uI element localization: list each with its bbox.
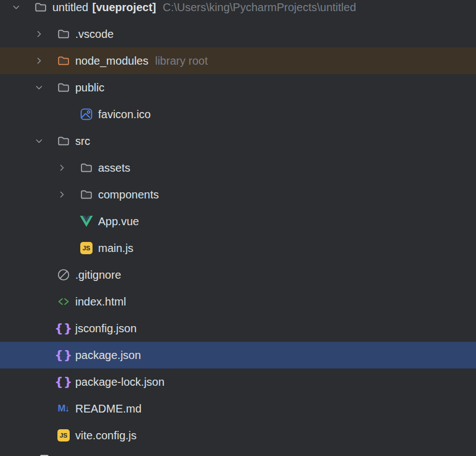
json-icon: {} <box>57 322 70 334</box>
item-label: vite.config.js <box>75 422 137 449</box>
item-label: node_modules <box>75 47 148 74</box>
markdown-icon: M↓ <box>57 402 70 415</box>
chevron-down-icon[interactable] <box>34 83 57 93</box>
chevron-down-icon[interactable] <box>34 136 57 146</box>
tree-row-package-lock-json[interactable]: {} package-lock.json <box>0 368 476 395</box>
tree-row-gitignore[interactable]: .gitignore <box>0 261 476 288</box>
tree-row-readme-md[interactable]: M↓ README.md <box>0 395 476 422</box>
folder-icon <box>34 1 47 14</box>
item-label-bold: [vueproject] <box>93 0 156 21</box>
item-label: untitled <box>52 0 89 21</box>
chevron-right-icon[interactable] <box>57 163 80 173</box>
item-label: .gitignore <box>75 261 121 288</box>
item-label: index.html <box>75 288 126 315</box>
tree-row-app-vue[interactable]: App.vue <box>0 208 476 235</box>
item-label: .vscode <box>75 21 114 47</box>
tree-row-components[interactable]: components <box>0 181 476 208</box>
json-icon: {} <box>57 376 70 388</box>
vue-icon <box>80 216 93 227</box>
tree-row-main-js[interactable]: JS main.js <box>0 235 476 261</box>
folder-icon <box>80 188 93 201</box>
item-label: jsconfig.json <box>75 315 137 342</box>
tree-row-vite-config-js[interactable]: JS vite.config.js <box>0 422 476 449</box>
tree-row-untitled-root[interactable]: untitled [vueproject] C:\Users\king\Pych… <box>0 0 476 21</box>
tree-row-vscode[interactable]: .vscode <box>0 21 476 47</box>
chevron-right-icon[interactable] <box>57 190 80 200</box>
tree-row-src[interactable]: src <box>0 128 476 154</box>
item-label: main.js <box>98 235 133 261</box>
folder-icon <box>57 134 70 148</box>
folder-excluded-icon <box>57 54 70 67</box>
item-label: README.md <box>75 395 142 422</box>
chevron-right-icon[interactable] <box>34 56 57 66</box>
html-icon <box>57 295 70 308</box>
item-label: package.json <box>75 342 141 368</box>
tree-row-node-modules[interactable]: node_modules library root <box>0 47 476 74</box>
tree-row-assets[interactable]: assets <box>0 154 476 181</box>
item-label: assets <box>98 154 130 181</box>
folder-icon <box>57 81 70 94</box>
item-suffix: library root <box>155 47 207 74</box>
tree-row-favicon-ico[interactable]: favicon.ico <box>0 101 476 128</box>
item-label: App.vue <box>98 208 139 235</box>
project-tree: untitled [vueproject] C:\Users\king\Pych… <box>0 0 476 449</box>
chevron-down-icon[interactable] <box>11 2 34 12</box>
project-tree-panel: untitled [vueproject] C:\Users\king\Pych… <box>0 0 476 456</box>
item-suffix: C:\Users\king\PycharmProjects\untitled <box>163 0 356 21</box>
item-label: src <box>75 128 90 154</box>
folder-icon <box>57 27 70 41</box>
json-icon: {} <box>57 349 70 361</box>
tree-row-index-html[interactable]: index.html <box>0 288 476 315</box>
item-label: components <box>98 181 159 208</box>
item-label: favicon.ico <box>98 101 151 128</box>
ignore-icon <box>57 269 70 281</box>
js-icon: JS <box>80 242 93 254</box>
chevron-right-icon[interactable] <box>34 29 57 39</box>
image-icon <box>80 108 93 120</box>
item-label: public <box>75 74 104 101</box>
js-icon: JS <box>57 429 70 442</box>
folder-icon <box>80 161 93 174</box>
tree-row-package-json[interactable]: {} package.json <box>0 342 476 368</box>
tree-row-jsconfig-json[interactable]: {} jsconfig.json <box>0 315 476 342</box>
item-label: package-lock.json <box>75 368 164 395</box>
tree-row-public[interactable]: public <box>0 74 476 101</box>
